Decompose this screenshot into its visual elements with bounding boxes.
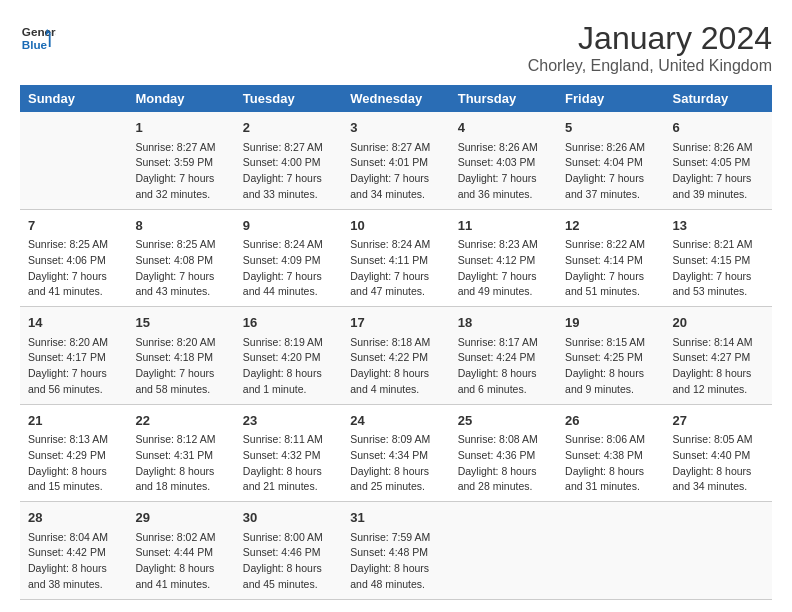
- cell-info: Sunrise: 8:20 AMSunset: 4:18 PMDaylight:…: [135, 335, 226, 398]
- calendar-cell: 18Sunrise: 8:17 AMSunset: 4:24 PMDayligh…: [450, 307, 557, 405]
- month-title: January 2024: [528, 20, 772, 57]
- calendar-week-row: 14Sunrise: 8:20 AMSunset: 4:17 PMDayligh…: [20, 307, 772, 405]
- calendar-cell: 6Sunrise: 8:26 AMSunset: 4:05 PMDaylight…: [665, 112, 772, 209]
- cell-info: Sunrise: 8:04 AMSunset: 4:42 PMDaylight:…: [28, 530, 119, 593]
- calendar-week-row: 7Sunrise: 8:25 AMSunset: 4:06 PMDaylight…: [20, 209, 772, 307]
- calendar-cell: 26Sunrise: 8:06 AMSunset: 4:38 PMDayligh…: [557, 404, 664, 502]
- day-number: 10: [350, 216, 441, 236]
- calendar-cell: 17Sunrise: 8:18 AMSunset: 4:22 PMDayligh…: [342, 307, 449, 405]
- logo-icon: General Blue: [20, 20, 56, 56]
- calendar-cell: 4Sunrise: 8:26 AMSunset: 4:03 PMDaylight…: [450, 112, 557, 209]
- day-number: 15: [135, 313, 226, 333]
- calendar-cell: [450, 502, 557, 600]
- calendar-cell: 24Sunrise: 8:09 AMSunset: 4:34 PMDayligh…: [342, 404, 449, 502]
- cell-info: Sunrise: 8:24 AMSunset: 4:09 PMDaylight:…: [243, 237, 334, 300]
- calendar-cell: 14Sunrise: 8:20 AMSunset: 4:17 PMDayligh…: [20, 307, 127, 405]
- logo: General Blue: [20, 20, 56, 56]
- calendar-cell: [665, 502, 772, 600]
- day-number: 20: [673, 313, 764, 333]
- day-number: 16: [243, 313, 334, 333]
- calendar-cell: 12Sunrise: 8:22 AMSunset: 4:14 PMDayligh…: [557, 209, 664, 307]
- cell-info: Sunrise: 8:02 AMSunset: 4:44 PMDaylight:…: [135, 530, 226, 593]
- cell-info: Sunrise: 8:24 AMSunset: 4:11 PMDaylight:…: [350, 237, 441, 300]
- weekday-header: Wednesday: [342, 85, 449, 112]
- location: Chorley, England, United Kingdom: [528, 57, 772, 75]
- day-number: 12: [565, 216, 656, 236]
- day-number: 9: [243, 216, 334, 236]
- day-number: 11: [458, 216, 549, 236]
- calendar-cell: 23Sunrise: 8:11 AMSunset: 4:32 PMDayligh…: [235, 404, 342, 502]
- calendar-week-row: 1Sunrise: 8:27 AMSunset: 3:59 PMDaylight…: [20, 112, 772, 209]
- day-number: 21: [28, 411, 119, 431]
- day-number: 1: [135, 118, 226, 138]
- day-number: 7: [28, 216, 119, 236]
- cell-info: Sunrise: 8:05 AMSunset: 4:40 PMDaylight:…: [673, 432, 764, 495]
- page-header: General Blue January 2024 Chorley, Engla…: [20, 20, 772, 75]
- cell-info: Sunrise: 8:22 AMSunset: 4:14 PMDaylight:…: [565, 237, 656, 300]
- day-number: 29: [135, 508, 226, 528]
- cell-info: Sunrise: 8:12 AMSunset: 4:31 PMDaylight:…: [135, 432, 226, 495]
- calendar-cell: 22Sunrise: 8:12 AMSunset: 4:31 PMDayligh…: [127, 404, 234, 502]
- cell-info: Sunrise: 8:14 AMSunset: 4:27 PMDaylight:…: [673, 335, 764, 398]
- weekday-header: Sunday: [20, 85, 127, 112]
- calendar-cell: 11Sunrise: 8:23 AMSunset: 4:12 PMDayligh…: [450, 209, 557, 307]
- weekday-header: Saturday: [665, 85, 772, 112]
- cell-info: Sunrise: 8:13 AMSunset: 4:29 PMDaylight:…: [28, 432, 119, 495]
- calendar-cell: 27Sunrise: 8:05 AMSunset: 4:40 PMDayligh…: [665, 404, 772, 502]
- day-number: 25: [458, 411, 549, 431]
- calendar-cell: 31Sunrise: 7:59 AMSunset: 4:48 PMDayligh…: [342, 502, 449, 600]
- day-number: 31: [350, 508, 441, 528]
- day-number: 28: [28, 508, 119, 528]
- weekday-header: Tuesday: [235, 85, 342, 112]
- calendar-cell: 15Sunrise: 8:20 AMSunset: 4:18 PMDayligh…: [127, 307, 234, 405]
- cell-info: Sunrise: 8:08 AMSunset: 4:36 PMDaylight:…: [458, 432, 549, 495]
- cell-info: Sunrise: 8:27 AMSunset: 4:00 PMDaylight:…: [243, 140, 334, 203]
- calendar-cell: 29Sunrise: 8:02 AMSunset: 4:44 PMDayligh…: [127, 502, 234, 600]
- calendar-week-row: 21Sunrise: 8:13 AMSunset: 4:29 PMDayligh…: [20, 404, 772, 502]
- cell-info: Sunrise: 8:11 AMSunset: 4:32 PMDaylight:…: [243, 432, 334, 495]
- cell-info: Sunrise: 8:27 AMSunset: 3:59 PMDaylight:…: [135, 140, 226, 203]
- calendar-cell: 1Sunrise: 8:27 AMSunset: 3:59 PMDaylight…: [127, 112, 234, 209]
- cell-info: Sunrise: 8:18 AMSunset: 4:22 PMDaylight:…: [350, 335, 441, 398]
- day-number: 4: [458, 118, 549, 138]
- day-number: 13: [673, 216, 764, 236]
- calendar-cell: 2Sunrise: 8:27 AMSunset: 4:00 PMDaylight…: [235, 112, 342, 209]
- day-number: 14: [28, 313, 119, 333]
- cell-info: Sunrise: 8:25 AMSunset: 4:08 PMDaylight:…: [135, 237, 226, 300]
- calendar-cell: 16Sunrise: 8:19 AMSunset: 4:20 PMDayligh…: [235, 307, 342, 405]
- calendar-cell: 20Sunrise: 8:14 AMSunset: 4:27 PMDayligh…: [665, 307, 772, 405]
- day-number: 30: [243, 508, 334, 528]
- day-number: 8: [135, 216, 226, 236]
- calendar-cell: 8Sunrise: 8:25 AMSunset: 4:08 PMDaylight…: [127, 209, 234, 307]
- cell-info: Sunrise: 8:23 AMSunset: 4:12 PMDaylight:…: [458, 237, 549, 300]
- day-number: 18: [458, 313, 549, 333]
- calendar-cell: 10Sunrise: 8:24 AMSunset: 4:11 PMDayligh…: [342, 209, 449, 307]
- calendar-cell: 7Sunrise: 8:25 AMSunset: 4:06 PMDaylight…: [20, 209, 127, 307]
- cell-info: Sunrise: 7:59 AMSunset: 4:48 PMDaylight:…: [350, 530, 441, 593]
- svg-text:General: General: [22, 25, 56, 38]
- calendar-cell: 5Sunrise: 8:26 AMSunset: 4:04 PMDaylight…: [557, 112, 664, 209]
- calendar-cell: 3Sunrise: 8:27 AMSunset: 4:01 PMDaylight…: [342, 112, 449, 209]
- cell-info: Sunrise: 8:27 AMSunset: 4:01 PMDaylight:…: [350, 140, 441, 203]
- weekday-header-row: SundayMondayTuesdayWednesdayThursdayFrid…: [20, 85, 772, 112]
- cell-info: Sunrise: 8:21 AMSunset: 4:15 PMDaylight:…: [673, 237, 764, 300]
- calendar-week-row: 28Sunrise: 8:04 AMSunset: 4:42 PMDayligh…: [20, 502, 772, 600]
- day-number: 17: [350, 313, 441, 333]
- svg-text:Blue: Blue: [22, 38, 48, 51]
- calendar-cell: 9Sunrise: 8:24 AMSunset: 4:09 PMDaylight…: [235, 209, 342, 307]
- calendar-cell: 28Sunrise: 8:04 AMSunset: 4:42 PMDayligh…: [20, 502, 127, 600]
- cell-info: Sunrise: 8:19 AMSunset: 4:20 PMDaylight:…: [243, 335, 334, 398]
- calendar-cell: 13Sunrise: 8:21 AMSunset: 4:15 PMDayligh…: [665, 209, 772, 307]
- weekday-header: Monday: [127, 85, 234, 112]
- day-number: 26: [565, 411, 656, 431]
- cell-info: Sunrise: 8:26 AMSunset: 4:05 PMDaylight:…: [673, 140, 764, 203]
- day-number: 19: [565, 313, 656, 333]
- cell-info: Sunrise: 8:25 AMSunset: 4:06 PMDaylight:…: [28, 237, 119, 300]
- calendar-cell: 30Sunrise: 8:00 AMSunset: 4:46 PMDayligh…: [235, 502, 342, 600]
- day-number: 6: [673, 118, 764, 138]
- day-number: 24: [350, 411, 441, 431]
- cell-info: Sunrise: 8:20 AMSunset: 4:17 PMDaylight:…: [28, 335, 119, 398]
- cell-info: Sunrise: 8:26 AMSunset: 4:04 PMDaylight:…: [565, 140, 656, 203]
- weekday-header: Thursday: [450, 85, 557, 112]
- cell-info: Sunrise: 8:09 AMSunset: 4:34 PMDaylight:…: [350, 432, 441, 495]
